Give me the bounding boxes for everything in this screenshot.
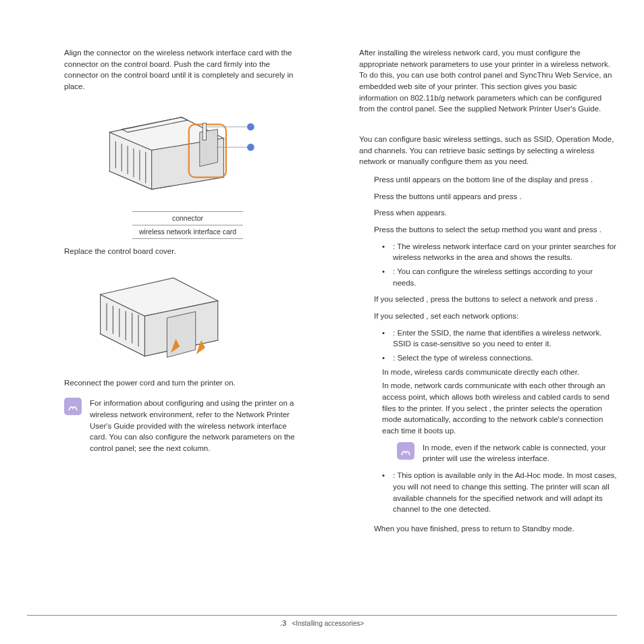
callout-legend: connector wireless network interface car… bbox=[132, 211, 243, 239]
svg-rect-13 bbox=[203, 123, 206, 140]
step-4: Press the buttons to select the setup me… bbox=[374, 224, 617, 236]
figure-install-card: connector wireless network interface car… bbox=[86, 99, 289, 239]
svg-marker-28 bbox=[167, 311, 195, 357]
step-4-bullet-1: • : The wireless network interface card … bbox=[382, 241, 617, 263]
step-6-adhoc-line: In mode, wireless cards communicate dire… bbox=[382, 367, 617, 378]
step-6-bullet-type: • : Select the type of wireless connecti… bbox=[382, 352, 617, 364]
replace-cover-text: Replace the control board cover. bbox=[64, 246, 305, 257]
note-box: For information about configuring and us… bbox=[64, 398, 305, 454]
section-name: <Installing accessories> bbox=[292, 620, 364, 627]
figure-replace-cover bbox=[86, 264, 235, 372]
step-4-bullet-2: • : You can configure the wireless setti… bbox=[382, 266, 617, 288]
intro-text: After installing the wireless network ca… bbox=[359, 47, 617, 115]
step-1: Press until appears on the bottom line o… bbox=[374, 174, 617, 186]
note-text: For information about configuring and us… bbox=[90, 398, 305, 454]
reconnect-power-text: Reconnect the power cord and turn the pr… bbox=[64, 377, 305, 389]
page-footer: .3 <Installing accessories> bbox=[27, 615, 617, 629]
configure-basic-text: You can configure basic wireless setting… bbox=[359, 134, 617, 167]
note-icon bbox=[64, 398, 82, 415]
note-icon bbox=[397, 442, 414, 460]
right-note-box: In mode, even if the network cable is co… bbox=[397, 442, 617, 464]
step-6-bullet-ssid: • : Enter the SSID, the name that identi… bbox=[382, 327, 617, 350]
step-5: If you selected , press the buttons to s… bbox=[374, 294, 617, 305]
step-6-infra-line: In mode, network cards communicate with … bbox=[382, 380, 617, 436]
svg-point-16 bbox=[247, 143, 254, 151]
step-2: Press the buttons until appears and pres… bbox=[374, 191, 617, 203]
step-7: When you have finished, press to return … bbox=[374, 523, 617, 535]
svg-point-14 bbox=[247, 123, 254, 130]
right-note-text: In mode, even if the network cable is co… bbox=[423, 442, 617, 464]
step-6: If you selected , set each network optio… bbox=[374, 311, 617, 322]
align-connector-text: Align the connector on the wireless netw… bbox=[64, 47, 305, 92]
callout-row-2: wireless network interface card bbox=[132, 225, 243, 238]
step-3: Press when appears. bbox=[374, 207, 617, 219]
step-6-bullet-channel: • : This option is available only in the… bbox=[382, 470, 617, 515]
callout-row-1: connector bbox=[132, 211, 243, 225]
page-number: .3 bbox=[280, 619, 286, 627]
